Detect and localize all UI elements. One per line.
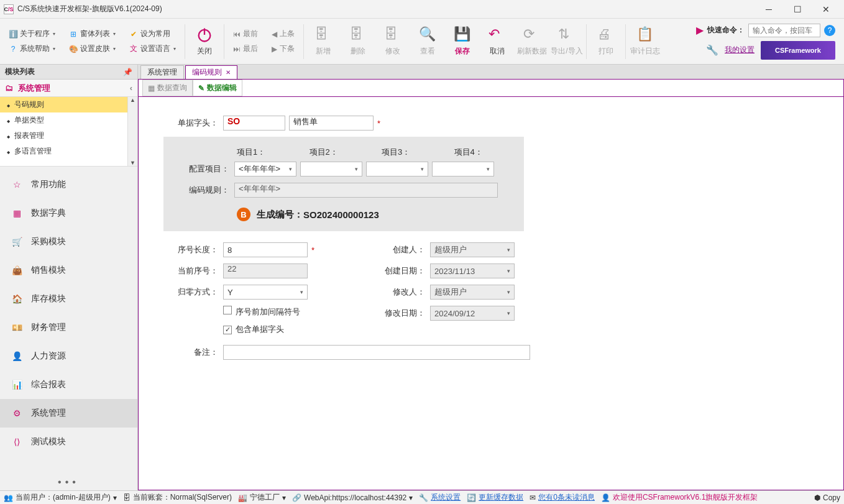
config-panel: 项目1： 项目2： 项目3： 项目4： 配置项目： <年年年年>▾ ▾ ▾ ▾ …	[163, 137, 524, 231]
save-button[interactable]: 💾保存	[446, 21, 479, 62]
prev-icon: ◀	[272, 30, 277, 39]
user-icon: 👥	[4, 493, 13, 502]
nav-report[interactable]: 📊综合报表	[0, 370, 137, 399]
prefix-label: 单据字头：	[163, 117, 223, 129]
link-icon: 🔗	[292, 493, 301, 502]
tab-edit[interactable]: ✎数据编辑	[193, 80, 242, 96]
status-welcome: 👤欢迎使用CSFrameworkV6.1旗舰版开发框架	[601, 492, 758, 503]
status-user[interactable]: 👥当前用户：(admin-超级用户)▾	[4, 492, 117, 503]
warehouse-icon: 🏠	[9, 291, 25, 307]
close-button[interactable]: 关闭	[188, 21, 221, 62]
statusbar: 👥当前用户：(admin-超级用户)▾ 🗄当前账套：Normal(SqlServ…	[0, 490, 844, 504]
wrench-icon: 🔧	[419, 493, 428, 502]
prev-button[interactable]: ◀上条	[270, 27, 296, 41]
cb-separator[interactable]: 序号前加间隔符号	[223, 306, 300, 318]
reset-select[interactable]: Y▾	[223, 285, 308, 300]
prefix-input[interactable]: SO	[223, 116, 285, 131]
rule-icon: ⬥	[6, 101, 11, 109]
tree-item-lang[interactable]: ⬥多语言管理	[0, 144, 127, 159]
status-copy[interactable]: ⬢Copy	[814, 493, 840, 502]
money-icon: 💴	[9, 319, 25, 336]
maximize-button[interactable]: ☐	[783, 0, 812, 19]
nav-list: ☆常用功能 ▦数据字典 🛒采购模块 👜销售模块 🏠库存模块 💴财务管理 👤人力资…	[0, 167, 137, 474]
tree-item-report[interactable]: ⬥报表管理	[0, 128, 127, 144]
creator-label: 创建人：	[370, 244, 430, 255]
seg2-select[interactable]: ▾	[300, 162, 362, 176]
gen-label: 生成编号：	[257, 209, 303, 221]
status-factory[interactable]: 🏭宁德工厂▾	[238, 492, 286, 503]
status-api[interactable]: 🔗WebApi:https://localhost:44392▾	[292, 493, 413, 502]
impexp-button: ⇅导出/导入	[550, 21, 584, 62]
nav-dict[interactable]: ▦数据字典	[0, 199, 137, 227]
remark-input[interactable]	[223, 345, 530, 360]
nav-hr[interactable]: 👤人力资源	[0, 342, 137, 370]
cb-include-prefix[interactable]: ✓包含单据字头	[223, 324, 284, 335]
quick-command-input[interactable]	[748, 24, 820, 37]
pin-icon[interactable]: 📌	[123, 68, 132, 76]
nav-test[interactable]: ⟨⟩测试模块	[0, 428, 137, 456]
cube-icon: ⬢	[814, 493, 820, 502]
db-del-icon: 🗄	[349, 26, 367, 44]
seg1-select[interactable]: <年年年年>▾	[234, 162, 296, 176]
tree-list: ⬥号码规则 ⬥单据类型 ⬥报表管理 ⬥多语言管理	[0, 97, 127, 166]
lang-link[interactable]: 文设置语言▾	[128, 42, 177, 56]
tree-item-numrule[interactable]: ⬥号码规则	[0, 97, 127, 112]
status-msg[interactable]: ✉您有0条未读消息	[530, 492, 595, 503]
nav-finance[interactable]: 💴财务管理	[0, 313, 137, 342]
nav-overflow[interactable]: •••	[0, 474, 137, 490]
skin-link[interactable]: 🎨设置皮肤▾	[68, 42, 117, 56]
status-settings[interactable]: 🔧系统设置	[419, 492, 461, 503]
seg3-label: 项目3：	[382, 147, 441, 158]
person-icon: 👤	[601, 493, 610, 502]
tree-scrollbar[interactable]: ▲▼	[127, 97, 137, 166]
minimize-button[interactable]: ─	[755, 0, 783, 19]
db-add-icon: 🗄	[314, 26, 332, 44]
close-window-button[interactable]: ✕	[812, 0, 840, 19]
edit-button: 🗄修改	[376, 21, 410, 62]
last-button[interactable]: ⏭最后	[232, 42, 259, 56]
close-tab-icon[interactable]: ✕	[226, 69, 231, 76]
lang-icon: ⬥	[6, 147, 11, 156]
cancel-button[interactable]: ↶取消	[480, 21, 514, 62]
sidebar-section[interactable]: 🗂系统管理 ‹	[0, 80, 137, 97]
nav-sales[interactable]: 👜销售模块	[0, 256, 137, 285]
quick-help-icon[interactable]: ?	[824, 25, 835, 36]
tab-query[interactable]: ▦数据查询	[142, 80, 193, 96]
save-icon: 💾	[454, 26, 471, 44]
seg3-select[interactable]: ▾	[366, 162, 428, 176]
cart-icon: 🛒	[9, 234, 25, 250]
my-settings-link[interactable]: 我的设置	[725, 45, 755, 55]
window-title: C/S系统快速开发框架-旗舰版V6.1(2024-09)	[17, 4, 755, 14]
refresh-button: ⟳刷新数据	[515, 21, 549, 62]
about-link[interactable]: ℹ️关于程序▾	[7, 27, 57, 41]
formlist-link[interactable]: ⊞窗体列表▾	[68, 27, 117, 41]
nav-purchase[interactable]: 🛒采购模块	[0, 227, 137, 256]
tree-item-doctype[interactable]: ⬥单据类型	[0, 112, 127, 128]
chevron-left-icon: ‹	[130, 83, 132, 93]
doc-tabs: 系统管理 编码规则✕	[138, 65, 844, 80]
status-cache[interactable]: 🔄更新缓存数据	[467, 492, 523, 503]
nav-inventory[interactable]: 🏠库存模块	[0, 285, 137, 313]
next-button[interactable]: ▶下条	[270, 42, 296, 56]
db-edit-icon: 🗄	[384, 26, 401, 44]
prefix-name-input[interactable]: 销售单	[289, 116, 374, 131]
form-panel: 单据字头： SO 销售单 * 项目1： 项目2： 项目3： 项目4： 配置项目：…	[138, 97, 844, 490]
len-input[interactable]	[223, 242, 308, 257]
undo-icon: ↶	[489, 26, 506, 44]
nav-sysmgmt[interactable]: ⚙系统管理	[0, 399, 137, 428]
first-button[interactable]: ⏮最前	[232, 27, 259, 41]
syshelp-link[interactable]: ?系统帮助▾	[7, 42, 57, 56]
add-button: 🗄新增	[306, 21, 340, 62]
sidebar-header: 模块列表📌	[0, 65, 137, 80]
promo-banner[interactable]: CSFramework	[761, 41, 835, 60]
cur-label: 当前序号：	[163, 265, 223, 277]
moduser-label: 修改人：	[370, 286, 430, 298]
ribbon-toolbar: ℹ️关于程序▾ ?系统帮助▾ ⊞窗体列表▾ 🎨设置皮肤▾ ✔设为常用 文设置语言…	[0, 19, 844, 65]
doc-icon: ⬥	[6, 116, 11, 125]
tab-coderule[interactable]: 编码规则✕	[185, 65, 237, 79]
seg4-select[interactable]: ▾	[432, 162, 494, 176]
sethome-link[interactable]: ✔设为常用	[128, 27, 177, 41]
nav-favorites[interactable]: ☆常用功能	[0, 170, 137, 199]
tab-sysmgmt[interactable]: 系统管理	[140, 65, 184, 79]
star-icon: ☆	[9, 176, 25, 193]
